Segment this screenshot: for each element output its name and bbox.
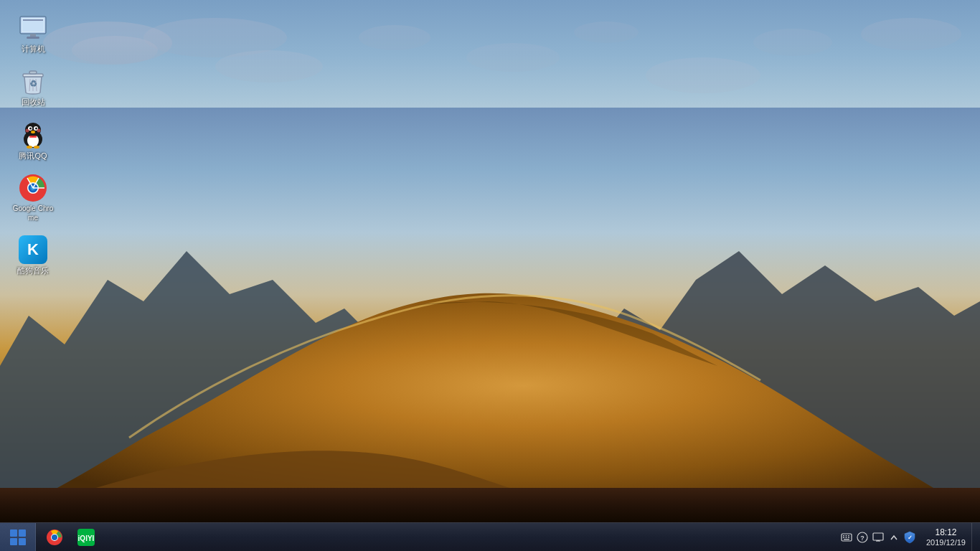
taskbar-apps: iQIYI xyxy=(36,523,105,551)
svg-point-26 xyxy=(37,128,41,132)
svg-rect-52 xyxy=(845,537,847,539)
svg-point-25 xyxy=(26,128,29,132)
desktop-icon-kuwo[interactable]: K 酷狗音乐 xyxy=(7,232,59,278)
taskbar-iqiyi[interactable]: iQIYI xyxy=(70,523,102,552)
desktop: 计算机 ♻ 回收站 xyxy=(0,0,980,551)
recycle-icon-label: 回收站 xyxy=(22,97,45,107)
svg-rect-38 xyxy=(10,529,17,537)
svg-rect-54 xyxy=(844,539,849,540)
svg-rect-29 xyxy=(29,136,37,138)
desktop-icon-qq[interactable]: 腾讯QQ xyxy=(7,118,59,164)
svg-text:iQIYI: iQIYI xyxy=(78,534,95,542)
desktop-icon-chrome[interactable]: Google Chrome xyxy=(7,171,59,225)
display-tray-icon[interactable] xyxy=(872,531,885,544)
dune-svg xyxy=(0,108,980,524)
clock-date: 2019/12/19 xyxy=(926,538,966,547)
svg-rect-12 xyxy=(29,71,37,74)
svg-point-24 xyxy=(31,131,35,133)
svg-text:✓: ✓ xyxy=(907,534,912,541)
clock-time: 18:12 xyxy=(935,527,956,537)
kuwo-icon-label: 酷狗音乐 xyxy=(17,265,49,276)
svg-rect-10 xyxy=(27,37,39,39)
svg-rect-8 xyxy=(30,34,36,37)
svg-point-44 xyxy=(52,534,57,540)
system-tray: ? xyxy=(836,523,980,551)
security-tray-icon[interactable]: ✓ xyxy=(903,531,916,544)
qq-icon-label: 腾讯QQ xyxy=(19,151,47,161)
svg-text:?: ? xyxy=(860,534,864,542)
desktop-icon-recycle[interactable]: ♻ 回收站 xyxy=(7,64,59,110)
computer-icon xyxy=(19,14,47,42)
tray-icons: ? xyxy=(836,531,920,544)
taskbar: iQIYI xyxy=(0,522,980,551)
svg-rect-49 xyxy=(845,535,847,537)
svg-rect-39 xyxy=(19,529,26,537)
svg-text:♻: ♻ xyxy=(29,79,37,89)
svg-rect-41 xyxy=(19,538,26,545)
recycle-bin-icon: ♻ xyxy=(19,67,47,95)
svg-point-23 xyxy=(35,127,37,129)
taskbar-chrome[interactable] xyxy=(39,523,70,552)
start-button[interactable] xyxy=(0,523,36,552)
svg-rect-40 xyxy=(10,538,17,545)
keyboard-tray-icon[interactable] xyxy=(840,531,853,544)
show-desktop-button[interactable] xyxy=(971,523,977,551)
svg-rect-7 xyxy=(23,19,43,21)
tray-expand-icon[interactable] xyxy=(887,531,900,544)
svg-rect-51 xyxy=(843,537,844,539)
svg-point-27 xyxy=(27,146,32,149)
svg-rect-57 xyxy=(873,533,883,540)
svg-rect-3 xyxy=(0,488,980,524)
kuwo-icon: K xyxy=(19,235,47,264)
computer-icon-label: 计算机 xyxy=(22,44,45,54)
chrome-icon xyxy=(19,174,47,202)
desktop-icon-computer[interactable]: 计算机 xyxy=(7,11,59,57)
svg-point-28 xyxy=(34,146,39,149)
chrome-icon-label: Google Chrome xyxy=(10,204,56,222)
svg-text:K: K xyxy=(27,240,39,258)
svg-rect-50 xyxy=(848,535,849,537)
clock[interactable]: 18:12 2019/12/19 xyxy=(920,523,971,551)
svg-rect-48 xyxy=(843,535,844,537)
svg-point-22 xyxy=(29,127,32,129)
qq-icon xyxy=(19,121,47,149)
svg-rect-53 xyxy=(848,537,849,539)
help-tray-icon[interactable]: ? xyxy=(856,531,869,544)
desktop-icons: 计算机 ♻ 回收站 xyxy=(4,7,62,282)
